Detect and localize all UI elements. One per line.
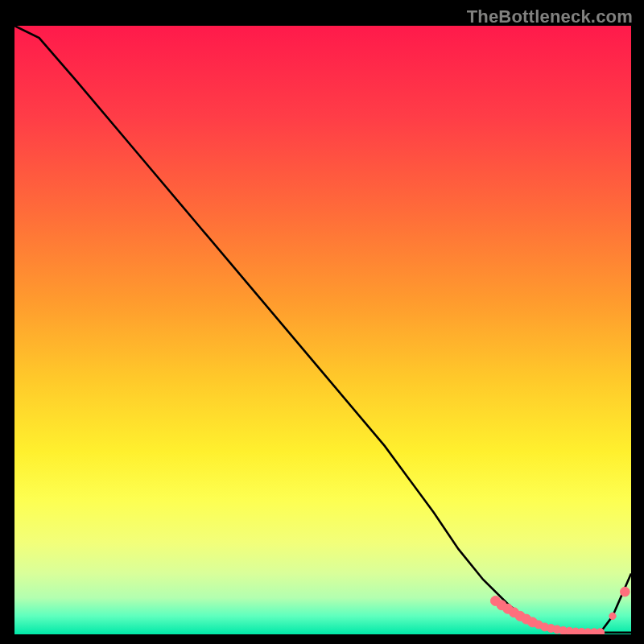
bottleneck-chart	[14, 26, 631, 634]
marker-point	[609, 613, 616, 619]
marker-point	[597, 629, 605, 634]
marker-point	[621, 587, 630, 597]
watermark-label: TheBottleneck.com	[467, 6, 633, 27]
chart-frame: TheBottleneck.com	[0, 0, 644, 644]
